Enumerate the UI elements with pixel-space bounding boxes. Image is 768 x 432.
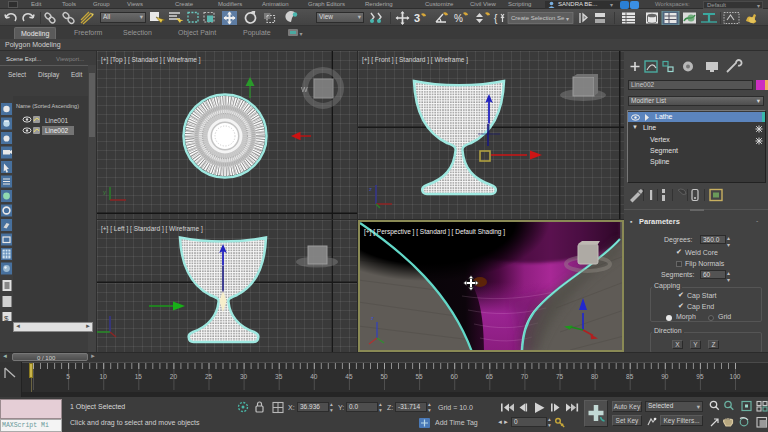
svg-text:65: 65: [486, 373, 494, 380]
svg-text:3: 3: [414, 12, 420, 24]
svg-text:95: 95: [696, 373, 704, 380]
svg-text:20: 20: [170, 373, 178, 380]
svg-text:y: y: [103, 189, 106, 195]
svg-text:10: 10: [100, 373, 108, 380]
svg-text:%: %: [454, 13, 463, 24]
svg-text:5: 5: [66, 373, 70, 380]
svg-text:45: 45: [345, 373, 353, 380]
svg-text:25: 25: [205, 373, 213, 380]
svg-text:35: 35: [275, 373, 283, 380]
svg-text:90: 90: [661, 373, 669, 380]
svg-text:75: 75: [556, 373, 564, 380]
svg-text:85: 85: [626, 373, 634, 380]
svg-text:{: {: [494, 13, 498, 24]
svg-text:30: 30: [240, 373, 248, 380]
svg-text:▾: ▾: [300, 31, 303, 37]
svg-text:15: 15: [135, 373, 143, 380]
svg-text:55: 55: [415, 373, 423, 380]
svg-text:▾: ▾: [566, 16, 569, 22]
svg-text:$: $: [4, 314, 9, 321]
svg-text:40: 40: [310, 373, 318, 380]
svg-text:Create Selection Se: Create Selection Se: [511, 15, 565, 21]
svg-text:100: 100: [730, 373, 741, 380]
svg-text:70: 70: [521, 373, 529, 380]
svg-text:z: z: [369, 186, 372, 192]
svg-text:50: 50: [380, 373, 388, 380]
svg-text:80: 80: [591, 373, 599, 380]
svg-text:60: 60: [451, 373, 459, 380]
svg-text:W: W: [301, 86, 308, 93]
